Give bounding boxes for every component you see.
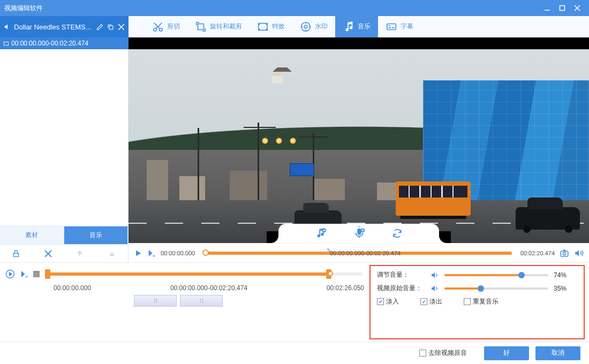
adjust-volume-value: 74%: [554, 271, 577, 279]
timeline-range: 00:00:00.000-00:02:20.474: [170, 284, 247, 292]
volume-icon[interactable]: [431, 284, 439, 293]
playbar-end-time: 00:02:20.474: [520, 250, 555, 256]
playbar-start-time: 00:00:00.000: [161, 250, 195, 256]
sidebar-body: [0, 49, 128, 226]
add-music-button[interactable]: [315, 228, 327, 239]
svg-rect-25: [25, 277, 28, 278]
adjust-volume-label: 调节音量：: [377, 270, 425, 279]
fade-out-checkbox[interactable]: ✔淡出: [420, 297, 442, 306]
timeline-playhead[interactable]: [328, 271, 333, 276]
video-preview[interactable]: ⌄: [129, 49, 589, 243]
close-button[interactable]: [570, 3, 585, 13]
snapshot-button[interactable]: [559, 248, 570, 258]
clip-icon: [3, 41, 9, 47]
title-bar: 视频编辑软件: [0, 0, 589, 16]
side-tab-material[interactable]: 素材: [0, 226, 64, 244]
svg-rect-19: [358, 229, 361, 234]
tool-effects[interactable]: 特效: [250, 16, 292, 37]
volume-icon[interactable]: [431, 271, 439, 279]
move-down-button[interactable]: [105, 247, 118, 260]
footer: 去除视频原音 好 取消: [0, 342, 589, 364]
floating-action-bar: ⌄: [278, 224, 439, 243]
tool-cut[interactable]: 剪切: [145, 16, 187, 37]
svg-rect-1: [560, 6, 565, 11]
tool-subtitle[interactable]: 字幕: [378, 16, 421, 37]
cancel-button[interactable]: 取消: [535, 346, 580, 360]
delete-button[interactable]: [42, 247, 55, 260]
timeline-end-time: 00:02:26.050: [327, 284, 364, 292]
original-volume-label: 视频原始音量：: [377, 284, 425, 293]
move-up-button[interactable]: [73, 247, 86, 260]
speaker-icon: [3, 22, 12, 31]
original-volume-knob[interactable]: [478, 285, 484, 292]
svg-rect-26: [33, 271, 40, 277]
timeline-start-time: 00:00:00.000: [54, 284, 91, 292]
edit-icon[interactable]: [95, 22, 104, 31]
svg-rect-21: [153, 255, 155, 256]
file-name: Dollar Needles STEMS...: [14, 23, 93, 31]
adjust-volume-slider[interactable]: [444, 274, 548, 276]
svg-rect-9: [198, 24, 204, 29]
repeat-music-checkbox[interactable]: 重复音乐: [464, 297, 499, 306]
svg-point-12: [304, 25, 307, 28]
maximize-button[interactable]: [555, 3, 570, 13]
adjust-volume-knob[interactable]: [518, 272, 525, 278]
file-timecode: 00:00:00.000-00:02:20.474: [0, 37, 129, 49]
playbar: 00:00:00.000 ✎ 00:00:00.000-00:02:20.474…: [129, 243, 589, 262]
duplicate-icon[interactable]: [106, 22, 115, 31]
next-frame-button[interactable]: [147, 248, 156, 258]
segment-box-2[interactable]: ⎍: [180, 295, 223, 307]
app-title: 视频编辑软件: [4, 4, 540, 13]
svg-rect-13: [387, 24, 396, 29]
toolbar: 剪切 旋转和裁剪 特效 水印 音乐 字幕: [129, 16, 589, 37]
file-item[interactable]: Dollar Needles STEMS...: [0, 16, 129, 37]
segment-box-1[interactable]: ⎍: [134, 295, 177, 307]
preview-pane: ⌄ 00:00:00.000 ✎ 00:00:00.000-00:02:20.4…: [129, 49, 589, 262]
original-volume-slider[interactable]: [444, 287, 548, 290]
svg-rect-4: [109, 26, 113, 29]
volume-button[interactable]: [574, 248, 584, 258]
audio-settings-panel: 调节音量： 74% 视频原始音量： 35% ✔淡入 ✔淡出 重复音乐: [369, 265, 585, 339]
play-button[interactable]: [134, 249, 142, 257]
svg-point-23: [563, 252, 565, 255]
add-voice-button[interactable]: [353, 228, 365, 239]
timeline-panel: 00:00:00.000 00:00:00.000-00:02:20.474 0…: [0, 263, 369, 342]
svg-rect-15: [13, 253, 18, 256]
timeline-track[interactable]: [46, 272, 362, 276]
replace-button[interactable]: [392, 228, 403, 239]
svg-rect-14: [4, 42, 8, 45]
original-volume-value: 35%: [554, 285, 577, 292]
timeline-next-button[interactable]: [19, 269, 29, 279]
playbar-range: 00:00:00.000-00:02:20.474: [330, 250, 401, 256]
tool-music[interactable]: 音乐: [335, 16, 378, 37]
ok-button[interactable]: 好: [484, 346, 529, 360]
minimize-button[interactable]: [540, 3, 555, 13]
side-tab-music[interactable]: 音乐: [64, 226, 129, 244]
tool-rotate-crop[interactable]: 旋转和裁剪: [187, 16, 250, 37]
remove-file-icon[interactable]: [117, 22, 125, 31]
tool-watermark[interactable]: 水印: [292, 16, 335, 37]
remove-original-audio-checkbox[interactable]: 去除视频原音: [419, 348, 467, 358]
sidebar: 素材 音乐: [0, 49, 129, 262]
timeline-handle-start[interactable]: [45, 269, 50, 279]
timeline-play-button[interactable]: [5, 269, 15, 279]
collapse-caret-icon[interactable]: ⌄: [357, 223, 361, 229]
fade-in-checkbox[interactable]: ✔淡入: [377, 297, 399, 306]
lock-button[interactable]: [10, 247, 22, 260]
timeline-stop-button[interactable]: [33, 271, 40, 277]
playbar-thumb[interactable]: [202, 249, 209, 256]
